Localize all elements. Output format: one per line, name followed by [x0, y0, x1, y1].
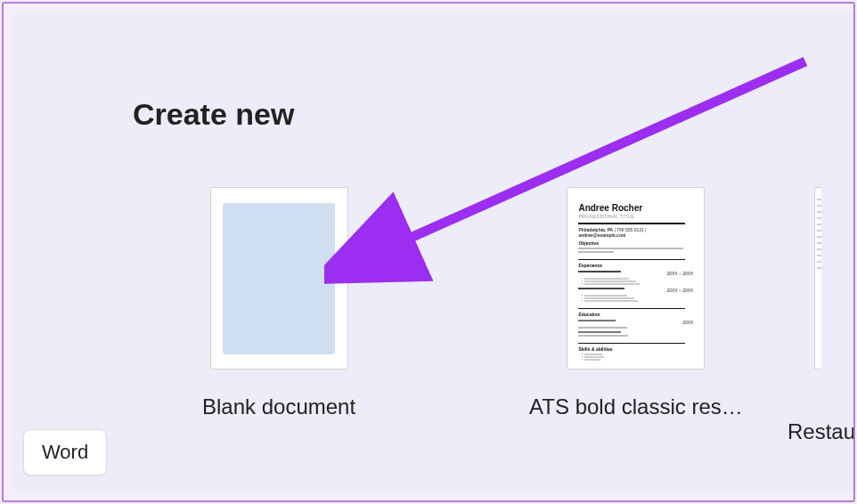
template-thumbnail-cutoff	[814, 187, 821, 370]
blank-document-icon	[223, 203, 335, 354]
resume-lines	[578, 327, 693, 329]
resume-row: 20XX – 20XX	[578, 288, 693, 293]
templates-row: Blank document Andree Rocher PROFESSIONA…	[202, 187, 743, 419]
template-restaurant-cutoff[interactable]: Restau	[814, 187, 821, 370]
resume-preview-subtitle: PROFESSIONAL TITLE	[578, 214, 693, 219]
bullet-group	[578, 354, 693, 361]
bullet-group	[578, 278, 693, 285]
create-new-heading: Create new	[133, 97, 294, 132]
template-label: ATS bold classic res…	[529, 394, 743, 419]
divider	[578, 343, 685, 344]
resume-preview: Andree Rocher PROFESSIONAL TITLE Philade…	[578, 203, 693, 354]
resume-row: 20XX	[578, 320, 693, 325]
word-tab-label: Word	[42, 441, 88, 463]
template-label: Restau	[788, 419, 855, 444]
slice-stripes	[817, 199, 821, 269]
bullet-group	[578, 295, 693, 302]
resume-lines	[578, 331, 693, 337]
divider	[578, 223, 685, 224]
start-panel: Create new Blank document Andree Rocher …	[12, 12, 853, 492]
divider	[578, 308, 685, 309]
resume-section-objective: Objective	[578, 240, 693, 246]
resume-contact-email: andree@example.com	[578, 232, 625, 238]
resume-section-education: Education	[578, 312, 693, 317]
resume-section-experience: Experience	[578, 263, 693, 268]
screenshot-frame: Create new Blank document Andree Rocher …	[2, 2, 855, 502]
divider	[578, 259, 685, 260]
resume-preview-contact: Philadelphia, PA | 799.555.0131 | andree…	[578, 227, 693, 238]
template-thumbnail-resume: Andree Rocher PROFESSIONAL TITLE Philade…	[567, 187, 705, 370]
resume-lines	[578, 248, 693, 253]
template-label: Blank document	[202, 394, 355, 419]
template-ats-resume[interactable]: Andree Rocher PROFESSIONAL TITLE Philade…	[529, 187, 743, 419]
template-blank-document[interactable]: Blank document	[202, 187, 355, 419]
resume-section-skills: Skills & abilities	[578, 346, 693, 352]
resume-preview-name: Andree Rocher	[578, 203, 693, 213]
word-tab[interactable]: Word	[23, 429, 107, 476]
resume-row: 20XX – 20XX	[578, 271, 693, 276]
template-thumbnail-blank	[210, 187, 348, 370]
